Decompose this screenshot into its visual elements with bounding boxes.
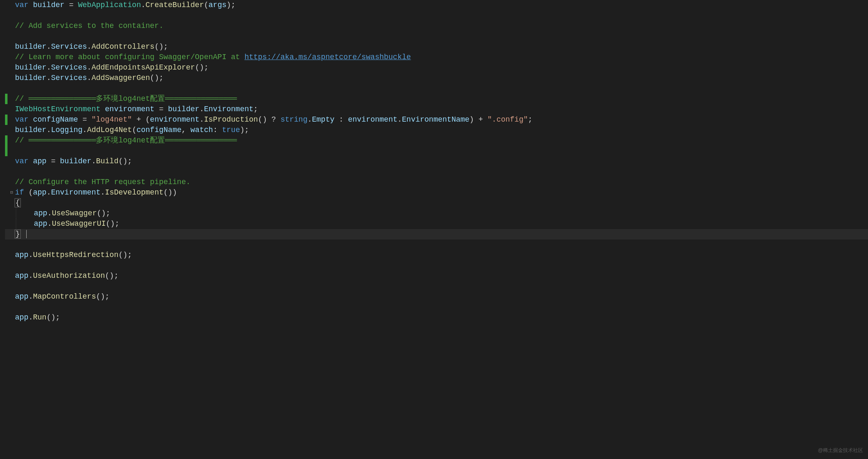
method-useauthorization: UseAuthorization <box>33 272 105 280</box>
code-line-blank[interactable] <box>5 239 868 250</box>
method-build: Build <box>96 157 118 165</box>
code-line[interactable]: builder.Services.AddControllers(); <box>5 42 868 52</box>
keyword-var: var <box>15 1 28 9</box>
code-line-blank[interactable] <box>5 167 868 177</box>
code-line[interactable]: app.UseSwagger(); <box>5 208 868 219</box>
variable-environment: environment <box>105 105 155 113</box>
brace-open: { <box>15 198 21 207</box>
code-line[interactable]: // Configure the HTTP request pipeline. <box>5 177 868 187</box>
keyword-if: if <box>15 188 24 197</box>
code-line-blank[interactable] <box>5 302 868 312</box>
comment-section-header: // ═══════════════多环境log4net配置══════════… <box>15 95 237 103</box>
comment: // Configure the HTTP request pipeline. <box>15 178 190 186</box>
code-line[interactable]: builder.Services.AddEndpointsApiExplorer… <box>5 62 868 73</box>
code-line[interactable]: // Add services to the container. <box>5 21 868 31</box>
method-mapcontrollers: MapControllers <box>33 292 96 301</box>
code-line-blank[interactable] <box>5 10 868 21</box>
code-line[interactable]: app.Run(); <box>5 312 868 323</box>
type-webapplication: WebApplication <box>78 1 141 9</box>
method-isdevelopment: IsDevelopment <box>105 188 163 197</box>
method-run: Run <box>33 313 46 322</box>
brace-close: } <box>15 230 21 239</box>
code-line[interactable]: ⊟ if (app.Environment.IsDevelopment()) <box>5 187 868 198</box>
change-marker-icon <box>5 135 7 146</box>
code-line[interactable]: app.MapControllers(); <box>5 292 868 302</box>
link-swagger-docs[interactable]: https://aka.ms/aspnetcore/swashbuckle <box>244 53 411 61</box>
variable-configname: configName <box>33 115 78 124</box>
code-line[interactable]: // ═══════════════多环境log4net配置══════════… <box>5 94 868 104</box>
code-line[interactable]: app.UseAuthorization(); <box>5 271 868 281</box>
comment: // Add services to the container. <box>15 22 163 30</box>
code-line-blank[interactable] <box>5 260 868 271</box>
keyword-string: string <box>280 115 307 124</box>
method-usehttpsredirection: UseHttpsRedirection <box>33 251 118 259</box>
code-line[interactable]: builder.Services.AddSwaggerGen(); <box>5 73 868 83</box>
code-line[interactable]: builder.Logging.AddLog4Net(configName, w… <box>5 125 868 135</box>
string-literal: "log4net" <box>92 115 132 124</box>
code-line-blank[interactable] <box>5 146 868 156</box>
code-line[interactable]: // ═══════════════多环境log4net配置══════════… <box>5 135 868 146</box>
code-line-cursor[interactable]: } <box>5 229 868 239</box>
keyword-true: true <box>222 126 240 134</box>
fold-collapse-icon[interactable]: ⊟ <box>9 187 14 198</box>
code-line-blank[interactable] <box>5 83 868 94</box>
method-addcontrollers: AddControllers <box>92 42 155 51</box>
method-addswaggergen: AddSwaggerGen <box>92 74 150 82</box>
change-marker-icon <box>5 146 7 156</box>
type-iwebhostenvironment: IWebHostEnvironment <box>15 105 100 113</box>
code-line[interactable]: // Learn more about configuring Swagger/… <box>5 52 868 62</box>
parameter-watch: watch <box>190 126 213 134</box>
comment: // Learn more about configuring Swagger/… <box>15 53 244 61</box>
method-addendpoints: AddEndpointsApiExplorer <box>92 63 195 72</box>
method-isproduction: IsProduction <box>204 115 258 124</box>
code-line[interactable]: app.UseHttpsRedirection(); <box>5 250 868 260</box>
comment-section-footer: // ═══════════════多环境log4net配置══════════… <box>15 136 237 145</box>
string-literal: ".config" <box>487 115 528 124</box>
watermark-text: @稀土掘金技术社区 <box>818 445 863 456</box>
code-line[interactable]: var configName = "log4net" + (environmen… <box>5 115 868 125</box>
code-line[interactable]: IWebHostEnvironment environment = builde… <box>5 104 868 115</box>
code-line[interactable]: var builder = WebApplication.CreateBuild… <box>5 0 868 10</box>
code-line-blank[interactable] <box>5 281 868 292</box>
method-useswaggerui: UseSwaggerUI <box>52 220 106 228</box>
change-marker-icon <box>5 94 7 104</box>
code-line[interactable]: var app = builder.Build(); <box>5 156 868 167</box>
change-marker-icon <box>5 115 7 125</box>
code-line[interactable]: app.UseSwaggerUI(); <box>5 219 868 229</box>
method-createbuilder: CreateBuilder <box>145 1 204 9</box>
method-useswagger: UseSwagger <box>52 209 97 217</box>
code-line[interactable]: { <box>5 198 868 208</box>
variable-args: args <box>209 1 227 9</box>
code-line-blank[interactable] <box>5 31 868 42</box>
variable-app: app <box>33 157 46 165</box>
variable-builder: builder <box>33 1 65 9</box>
method-addlog4net: AddLog4Net <box>87 126 132 134</box>
code-editor[interactable]: var builder = WebApplication.CreateBuild… <box>0 0 868 323</box>
